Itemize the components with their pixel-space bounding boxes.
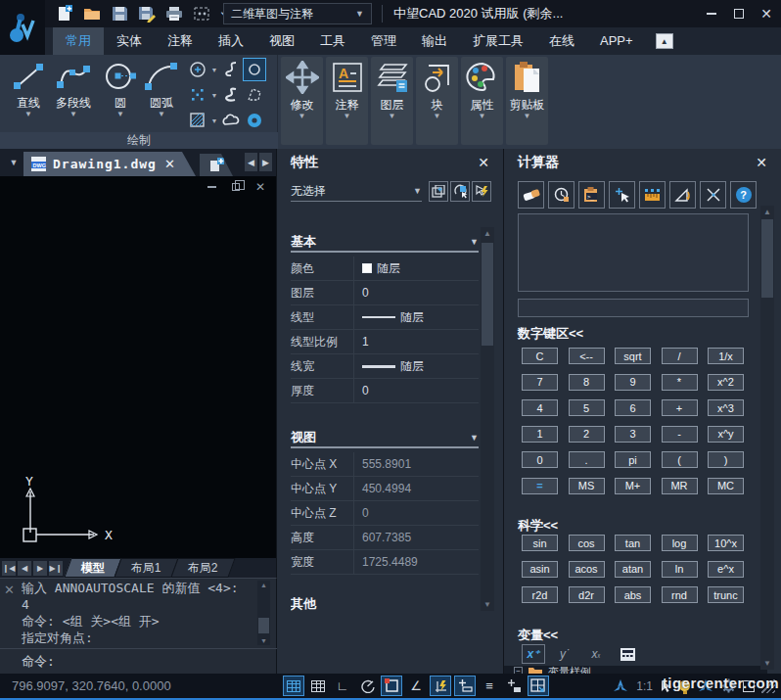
first-layout-icon[interactable]: ❙◀ (2, 561, 16, 576)
dynamic-input-toggle-icon[interactable] (503, 676, 525, 696)
revision-cloud-icon[interactable] (219, 109, 243, 132)
object-snap-toggle-icon[interactable] (381, 676, 402, 696)
scroll-tabs-right-icon[interactable]: ▶ (259, 153, 272, 171)
grid-toggle-icon[interactable] (307, 676, 329, 696)
snap-toggle-icon[interactable] (283, 676, 304, 696)
calc-key-M+[interactable]: M+ (615, 478, 651, 494)
help-icon[interactable]: ? (730, 181, 757, 209)
new-file-icon[interactable] (55, 4, 74, 23)
model-space-toggle-icon[interactable]: ≡ (479, 676, 500, 696)
close-icon[interactable]: ✕ (756, 155, 767, 170)
osnap-tracking-toggle-icon[interactable] (430, 676, 451, 696)
variable-samples-item[interactable]: − 变量样例 (504, 666, 767, 674)
new-document-tab-button[interactable] (200, 154, 233, 176)
ribbon-collapse-icon[interactable]: ▲ (656, 33, 673, 49)
annotation-scale-icon[interactable] (612, 678, 629, 694)
chevron-down-icon[interactable]: ▼ (209, 67, 219, 73)
calc-key-9[interactable]: 9 (615, 374, 651, 391)
app-logo[interactable] (0, 0, 45, 55)
ribbon-tab-插入[interactable]: 插入 (206, 27, 256, 55)
drawing-canvas[interactable]: ✕ Y X (0, 176, 277, 558)
select-objects-icon[interactable] (450, 181, 470, 202)
drawing-minimize-icon[interactable] (206, 181, 217, 193)
prop-row-center-y[interactable]: 中心点 Y 450.4994 (291, 477, 479, 501)
calc-key-4[interactable]: 4 (522, 399, 558, 416)
prop-row-lineweight[interactable]: 线宽 随层 (291, 354, 479, 379)
command-scrollbar[interactable]: ▲ ▼ (257, 581, 270, 645)
calc-key-sqrt[interactable]: sqrt (615, 348, 651, 364)
prev-layout-icon[interactable]: ◀ (18, 561, 31, 576)
group-layers[interactable]: 图层 ▼ (371, 57, 413, 145)
ribbon-tab-视图[interactable]: 视图 (256, 27, 307, 55)
draw-panel-label[interactable]: 绘制 (0, 132, 278, 149)
calc-key-MC[interactable]: MC (708, 478, 744, 494)
calc-key-pi[interactable]: pi (615, 451, 651, 468)
draw-tool-circle[interactable]: 圆 ▼ (98, 57, 143, 131)
measure-angle-icon[interactable] (669, 181, 696, 209)
point-icon[interactable] (186, 58, 209, 81)
donut-icon[interactable] (243, 109, 266, 132)
toggle-pickadd-icon[interactable] (472, 181, 491, 202)
viewports-toggle-icon[interactable] (528, 676, 549, 696)
save-icon[interactable] (110, 4, 129, 23)
minimize-button[interactable] (705, 7, 718, 21)
delete-variable-icon[interactable]: xₓ (584, 644, 608, 664)
group-properties[interactable]: 属性 ▼ (461, 57, 503, 145)
prop-row-linetype-scale[interactable]: 线型比例 1 (291, 330, 479, 354)
ribbon-tab-在线[interactable]: 在线 (536, 27, 587, 55)
ribbon-tab-工具[interactable]: 工具 (307, 27, 358, 55)
clear-icon[interactable] (518, 181, 544, 209)
ortho-toggle-icon[interactable]: ∟ (332, 676, 353, 696)
scrollbar-thumb[interactable] (761, 219, 773, 298)
calc-key-r2d[interactable]: r2d (522, 586, 558, 603)
scroll-up-icon[interactable]: ▲ (760, 208, 774, 216)
tree-collapse-icon[interactable]: − (514, 667, 523, 674)
wipeout-icon[interactable] (243, 83, 266, 107)
prop-row-thickness[interactable]: 厚度 0 (291, 379, 479, 403)
lineweight-toggle-icon[interactable] (454, 676, 476, 696)
calculator-scrollbar[interactable]: ▲ ▼ (760, 206, 774, 670)
get-coordinates-icon[interactable] (609, 181, 635, 209)
spline-icon[interactable] (219, 58, 243, 81)
prop-row-center-x[interactable]: 中心点 X 555.8901 (291, 452, 479, 477)
variable-calculator-icon[interactable] (616, 644, 639, 664)
calc-key-MR[interactable]: MR (662, 478, 698, 494)
calc-key-5[interactable]: 5 (569, 399, 605, 416)
next-layout-icon[interactable]: ▶ (33, 561, 47, 576)
numpad-section-label[interactable]: 数字键区<< (518, 325, 583, 343)
prop-row-linetype[interactable]: 线型 随层 (291, 305, 479, 330)
command-close-icon[interactable]: ✕ (4, 583, 15, 597)
scroll-down-icon[interactable]: ▼ (481, 600, 494, 609)
calc-key-0[interactable]: 0 (522, 451, 558, 468)
calc-key-log[interactable]: log (662, 535, 698, 551)
spline-fit-icon[interactable] (219, 83, 243, 107)
ribbon-tab-实体[interactable]: 实体 (104, 27, 155, 55)
document-tab[interactable]: DWG Drawing1.dwg ✕ (23, 152, 196, 176)
quick-select-icon[interactable] (429, 181, 448, 202)
ribbon-tab-管理[interactable]: 管理 (358, 27, 409, 55)
calc-key-2[interactable]: 2 (569, 426, 605, 443)
prop-row-width[interactable]: 宽度 1725.4489 (291, 550, 479, 575)
calc-key-ln[interactable]: ln (662, 561, 698, 578)
calc-key-1[interactable]: 1 (522, 426, 558, 443)
angle-snap-toggle-icon[interactable]: ∠ (405, 676, 427, 696)
group-modify[interactable]: 修改 ▼ (281, 57, 323, 145)
hatch-icon[interactable] (186, 109, 209, 132)
selection-dropdown[interactable]: 无选择 ▼ (291, 181, 422, 202)
ribbon-tab-输出[interactable]: 输出 (409, 27, 460, 55)
calculator-display[interactable] (518, 213, 749, 292)
scientific-section-label[interactable]: 科学<< (518, 517, 558, 535)
calc-key-=[interactable]: = (522, 478, 558, 494)
calc-key-<--[interactable]: <-- (569, 348, 605, 364)
group-clipboard[interactable]: 剪贴板 ▼ (506, 57, 548, 145)
calc-key-d2r[interactable]: d2r (569, 586, 605, 603)
calc-key-cos[interactable]: cos (569, 535, 605, 551)
calc-key-3[interactable]: 3 (615, 426, 651, 443)
scroll-down-icon[interactable]: ▼ (760, 659, 774, 668)
drawing-close-icon[interactable]: ✕ (254, 181, 266, 193)
group-annotate[interactable]: A 注释 ▼ (326, 57, 368, 145)
layout-tab-模型[interactable]: 模型 (64, 558, 121, 578)
draw-tool-polyline[interactable]: 多段线 ▼ (51, 57, 96, 131)
section-other[interactable]: 其他 (291, 594, 479, 611)
calc-key-+[interactable]: + (662, 399, 698, 416)
